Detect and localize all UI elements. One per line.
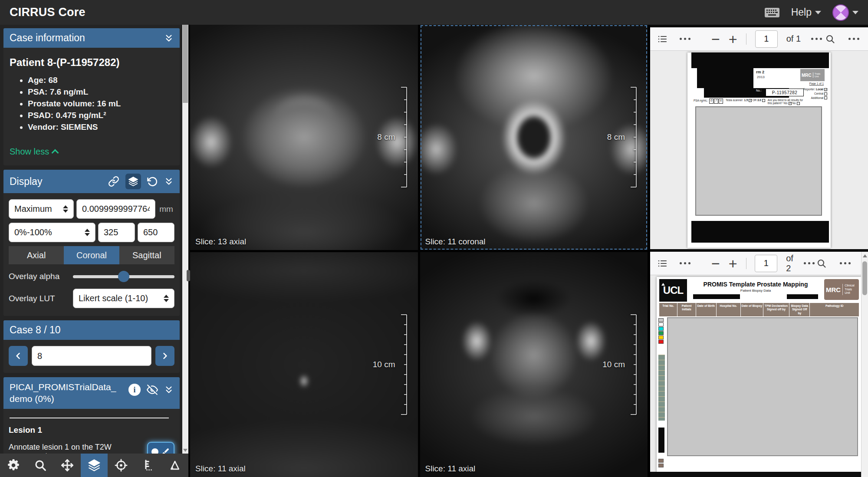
window-high-input[interactable] [138, 223, 174, 242]
overlay-alpha-slider[interactable] [73, 270, 174, 283]
form-title-fragment: rm 2 [756, 70, 764, 74]
tool-pan[interactable] [54, 454, 81, 477]
more-options-icon[interactable] [847, 36, 861, 42]
tool-zoom[interactable] [27, 454, 54, 477]
overlay-lut-value: Likert scale (1-10) [79, 293, 148, 303]
tesla-label: Tesla scanner: [726, 99, 743, 102]
viewport-top-right[interactable]: 8 cm Slice: 11 coronal [420, 25, 648, 250]
patient-detail: Age: 68 [28, 76, 174, 85]
more-options-icon[interactable] [678, 36, 692, 42]
lesion-heading: Lesion 1 [9, 425, 174, 435]
avatar [832, 4, 849, 21]
window-preset-select[interactable]: 0%-100% [9, 223, 95, 242]
slider-thumb[interactable] [118, 271, 129, 282]
keyboard-shortcuts-icon[interactable] [764, 7, 780, 18]
viewport-bottom-right[interactable]: 10 cm Slice: 11 axial [420, 252, 648, 477]
window-low-input[interactable] [98, 223, 135, 242]
document-subtitle: Patient Biopsy Data [690, 289, 822, 293]
slice-label: Slice: 11 coronal [425, 237, 486, 247]
previous-case-button[interactable] [9, 346, 28, 366]
link-viewports-icon[interactable] [108, 176, 119, 187]
redaction-block [658, 428, 664, 453]
sidebar-scrollbar[interactable] [182, 25, 188, 454]
projection-mode-select[interactable]: Maximum [9, 199, 74, 219]
collapse-double-chevron-icon[interactable] [164, 177, 174, 186]
tesla-30: 3.0 [757, 99, 761, 102]
tool-settings[interactable] [0, 454, 27, 477]
tab-axial[interactable]: Axial [9, 246, 64, 264]
layers-icon[interactable] [125, 174, 141, 189]
show-less-link[interactable]: Show less [10, 147, 58, 157]
tab-sagittal[interactable]: Sagittal [119, 246, 174, 264]
patient-id-value: P-11957282 [766, 89, 804, 96]
eye-off-icon[interactable] [147, 384, 158, 395]
legend-swatch [658, 331, 664, 335]
column-header: Date of Biopsy [741, 303, 763, 316]
tool-measure-angle[interactable] [161, 454, 188, 477]
pdf-scrollbar[interactable] [861, 252, 868, 477]
info-icon[interactable] [128, 384, 141, 396]
form-year: 2013 [757, 75, 765, 79]
page-number-input[interactable] [755, 30, 778, 48]
tesla-15: 1.5 [744, 99, 748, 102]
thumbnails-sidebar-icon[interactable] [657, 34, 667, 44]
document-header: UCL PROMIS Template Prostate Mapping Pat… [657, 277, 861, 302]
tool-layers[interactable] [81, 454, 108, 477]
scrollbar-thumb[interactable] [183, 25, 188, 103]
tool-crosshair[interactable] [108, 454, 135, 477]
case-information-header[interactable]: Case information [3, 28, 180, 48]
annotate-lesion-button[interactable] [147, 442, 175, 454]
more-options-icon[interactable] [809, 36, 824, 42]
column-header: Patient Initials [677, 303, 695, 316]
page-number-input[interactable] [755, 255, 777, 272]
help-menu[interactable]: Help [791, 7, 821, 18]
thumbnails-sidebar-icon[interactable] [657, 258, 667, 269]
collapse-double-chevron-icon[interactable] [164, 33, 174, 43]
column-header: TPM Declaration Signed off by [763, 303, 789, 316]
viewport-bottom-left[interactable]: 10 cm Slice: 11 axial [190, 252, 418, 477]
search-icon[interactable] [816, 258, 827, 269]
scale-ruler: 10 cm [373, 313, 408, 416]
mini-glyphs [658, 459, 664, 467]
ucl-logo: UCL [659, 279, 687, 302]
document-body [657, 317, 861, 470]
zoom-in-icon[interactable]: + [729, 32, 737, 46]
pdf-page-area[interactable]: rm 2 2013 No.: P-11957282 MRC Trials Uni… [650, 51, 868, 249]
zoom-out-icon[interactable]: − [711, 32, 720, 46]
panel-resizer[interactable] [187, 270, 190, 281]
scroll-down-arrow-icon[interactable] [183, 449, 187, 452]
slab-thickness-input[interactable] [76, 199, 155, 219]
color-legend [658, 318, 664, 344]
overlay-lut-select[interactable]: Likert scale (1-10) [73, 289, 174, 308]
show-less-label: Show less [10, 147, 49, 157]
more-options-icon[interactable] [678, 260, 692, 266]
case-nav-title: Case 8 / 10 [10, 324, 61, 336]
reporter-central: Central [814, 92, 823, 95]
pdf-toolbar: − + of 2 [650, 252, 868, 275]
display-title: Display [10, 176, 42, 188]
zoom-in-icon[interactable]: + [729, 256, 737, 271]
chevron-down-icon [852, 11, 858, 14]
patient-details-list: Age: 68 PSA: 7.6 ng/mL Prostate volume: … [9, 76, 174, 132]
sidebar-panels: Case information Patient 8-(P-11957282) … [0, 25, 182, 454]
document-title: PROMIS Template Prostate Mapping [690, 281, 822, 288]
more-options-icon[interactable] [802, 260, 816, 266]
scrollbar-thumb[interactable] [862, 261, 867, 295]
next-case-button[interactable] [155, 346, 174, 366]
tool-measure-length[interactable] [135, 454, 161, 477]
select-arrows-icon [85, 229, 90, 236]
zoom-out-icon[interactable]: − [711, 256, 720, 271]
more-options-icon[interactable] [838, 260, 852, 266]
case-number-input[interactable] [32, 346, 151, 366]
search-icon[interactable] [825, 34, 835, 44]
pdf-page-area[interactable]: UCL PROMIS Template Prostate Mapping Pat… [650, 275, 868, 477]
scroll-up-arrow-icon[interactable] [863, 254, 867, 257]
help-label: Help [791, 7, 812, 18]
user-menu[interactable] [832, 4, 858, 21]
main-area: Case information Patient 8-(P-11957282) … [0, 25, 868, 477]
collapse-double-chevron-icon[interactable] [164, 385, 174, 395]
viewport-top-left[interactable]: 8 cm Slice: 13 axial [190, 25, 418, 250]
scale-ruler: 8 cm [377, 86, 408, 188]
tab-coronal[interactable]: Coronal [64, 246, 119, 264]
reset-icon[interactable] [147, 176, 158, 187]
